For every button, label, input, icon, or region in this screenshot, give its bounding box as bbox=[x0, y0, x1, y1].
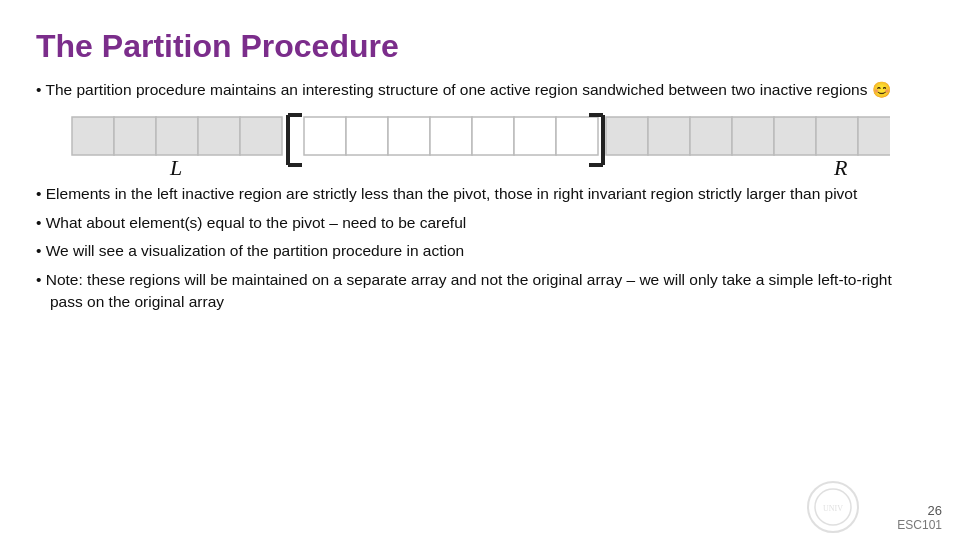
slide: The Partition Procedure The partition pr… bbox=[0, 0, 960, 540]
svg-rect-20 bbox=[690, 117, 732, 155]
svg-rect-4 bbox=[240, 117, 282, 155]
bullet-3: What about element(s) equal to the pivot… bbox=[36, 212, 924, 234]
svg-text:UNIV: UNIV bbox=[823, 504, 843, 513]
partition-diagram-svg: L R bbox=[70, 109, 890, 179]
svg-rect-19 bbox=[648, 117, 690, 155]
array-diagram: L R bbox=[36, 109, 924, 179]
content-section: Elements in the left inactive region are… bbox=[36, 183, 924, 313]
svg-rect-18 bbox=[606, 117, 648, 155]
svg-rect-11 bbox=[430, 117, 472, 155]
svg-rect-24 bbox=[858, 117, 890, 155]
slide-title: The Partition Procedure bbox=[36, 28, 924, 65]
svg-text:R: R bbox=[833, 155, 848, 179]
svg-rect-1 bbox=[114, 117, 156, 155]
svg-rect-9 bbox=[346, 117, 388, 155]
bullet-4: We will see a visualization of the parti… bbox=[36, 240, 924, 262]
svg-rect-12 bbox=[472, 117, 514, 155]
svg-rect-3 bbox=[198, 117, 240, 155]
svg-rect-13 bbox=[514, 117, 556, 155]
svg-rect-10 bbox=[388, 117, 430, 155]
svg-rect-8 bbox=[304, 117, 346, 155]
page-number: 26 bbox=[897, 503, 942, 518]
svg-rect-22 bbox=[774, 117, 816, 155]
course-code: ESC101 bbox=[897, 518, 942, 532]
bullet-1: The partition procedure maintains an int… bbox=[36, 79, 924, 101]
bullet-5: Note: these regions will be maintained o… bbox=[36, 269, 924, 314]
svg-rect-23 bbox=[816, 117, 858, 155]
svg-rect-14 bbox=[556, 117, 598, 155]
svg-rect-0 bbox=[72, 117, 114, 155]
watermark-logo: UNIV bbox=[806, 480, 860, 534]
svg-rect-21 bbox=[732, 117, 774, 155]
footer: 26 ESC101 bbox=[897, 503, 942, 532]
bullet-2: Elements in the left inactive region are… bbox=[36, 183, 924, 205]
svg-rect-2 bbox=[156, 117, 198, 155]
svg-text:L: L bbox=[169, 155, 182, 179]
